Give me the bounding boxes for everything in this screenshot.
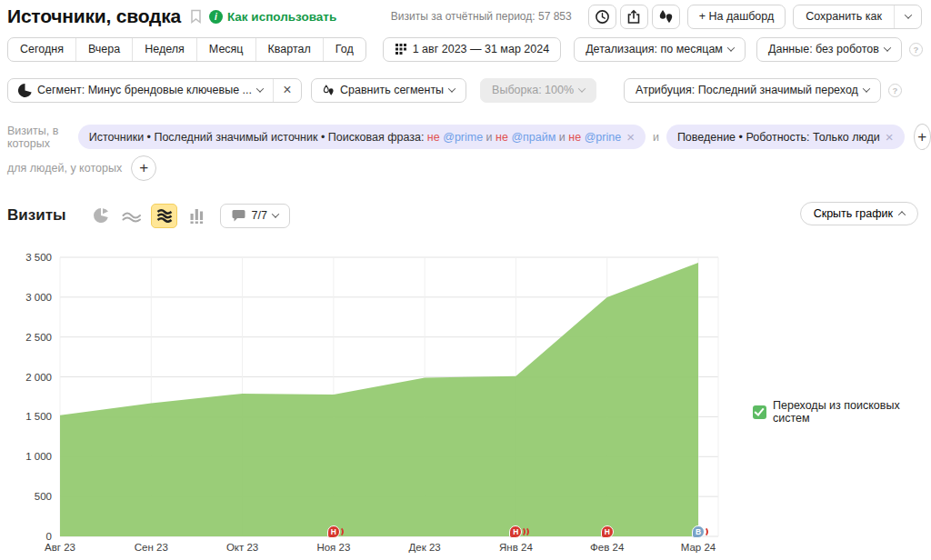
chevron-down-icon (863, 85, 870, 92)
how-to-use-link[interactable]: i Как использовать (209, 10, 336, 24)
line-chart-type-button[interactable] (122, 208, 142, 223)
close-icon[interactable]: × (626, 130, 635, 144)
search-phrase-filter-chip[interactable]: Источники • Последний значимый источник … (78, 125, 646, 149)
header: Источники, сводка i Как использовать Виз… (0, 0, 931, 33)
visit-filters-row: Визиты, в которых Источники • Последний … (0, 124, 931, 150)
svg-text:Авг 23: Авг 23 (45, 542, 75, 553)
period-month[interactable]: Месяц (196, 38, 255, 61)
segment-dropdown[interactable]: Сегмент: Минус брендовые ключевые ... (8, 79, 273, 102)
period-today[interactable]: Сегодня (8, 38, 75, 61)
and-connector: и (653, 131, 659, 144)
filter-chip-text: Источники • Последний значимый источник … (89, 131, 621, 144)
save-as-menu-button[interactable] (894, 5, 921, 28)
add-visit-filter-button[interactable]: + (914, 124, 931, 150)
two-drops-icon (323, 85, 335, 96)
chevron-down-icon (904, 11, 911, 18)
two-drops-icon (658, 9, 674, 24)
visits-filter-label: Визиты, в которых (7, 125, 70, 150)
hide-chart-button[interactable]: Скрыть график (800, 202, 918, 225)
svg-text:Дек 23: Дек 23 (409, 542, 441, 553)
svg-text:1 500: 1 500 (25, 411, 52, 422)
history-button[interactable] (588, 5, 616, 29)
compare-segments-dropdown[interactable]: Сравнить сегменты (311, 78, 466, 103)
svg-text:Янв 24: Янв 24 (499, 542, 533, 553)
header-icon-buttons (588, 5, 680, 29)
info-icon: i (209, 10, 223, 24)
chevron-down-icon (272, 210, 279, 217)
robots-filter-chip[interactable]: Поведение • Роботность: Только люди × (666, 125, 905, 149)
pie-segment-icon (18, 84, 32, 97)
svg-text:1 000: 1 000 (25, 451, 52, 462)
segment-toolbar: Сегмент: Минус брендовые ключевые ... × … (0, 77, 931, 103)
svg-text:2 500: 2 500 (25, 332, 52, 343)
period-week[interactable]: Неделя (132, 38, 196, 61)
segment-close-button[interactable]: × (273, 79, 301, 102)
period-quarter[interactable]: Квартал (255, 38, 323, 61)
period-yesterday[interactable]: Вчера (75, 38, 132, 61)
segment-group: Сегмент: Минус брендовые ключевые ... × (7, 78, 302, 103)
svg-text:3 500: 3 500 (25, 252, 52, 263)
people-filters-row: для людей, у которых + (0, 155, 931, 182)
legend-label: Переходы из поисковых систем (773, 399, 931, 425)
add-people-filter-button[interactable]: + (131, 155, 156, 181)
area-chart-type-button-selected[interactable] (151, 204, 177, 228)
close-icon[interactable]: × (886, 130, 894, 144)
pie-chart-type-button[interactable] (93, 207, 109, 224)
filter-chip-text: Поведение • Роботность: Только люди (677, 131, 880, 144)
area-chart-icon (156, 208, 173, 223)
chevron-down-icon (578, 85, 586, 92)
svg-text:0: 0 (46, 531, 52, 542)
period-toolbar: Сегодня Вчера Неделя Месяц Квартал Год 1… (0, 36, 931, 62)
svg-text:500: 500 (35, 491, 52, 502)
attribution-dropdown[interactable]: Атрибуция: Последний значимый переход (624, 78, 881, 103)
annotation-marker[interactable]: Н (509, 525, 533, 539)
svg-text:Окт 23: Окт 23 (226, 542, 258, 553)
save-as-split-button: Сохранить как (793, 5, 922, 29)
help-icon[interactable]: ? (909, 43, 923, 56)
help-icon[interactable]: ? (888, 84, 902, 97)
bookmark-icon[interactable] (190, 9, 202, 24)
compare-button[interactable] (652, 5, 680, 29)
annotation-marker[interactable]: Н (601, 525, 625, 539)
line-chart-icon (122, 208, 142, 223)
page-title: Источники, сводка (7, 5, 181, 27)
chevron-down-icon (884, 44, 891, 51)
export-button[interactable] (620, 5, 648, 29)
svg-text:3 000: 3 000 (25, 292, 52, 303)
chart-title: Визиты (7, 206, 65, 225)
columns-chart-type-button[interactable] (190, 207, 204, 224)
annotation-marker[interactable]: В (692, 525, 716, 539)
svg-text:Ноя 23: Ноя 23 (316, 542, 350, 553)
svg-text:2 000: 2 000 (25, 372, 52, 383)
chevron-up-icon (898, 211, 906, 218)
comment-bubble-icon (232, 209, 245, 222)
chevron-down-icon (256, 85, 264, 92)
annotation-marker[interactable]: Н (327, 525, 351, 539)
annotation-bubble-icon: Н (327, 525, 340, 538)
people-filter-label: для людей, у которых (7, 162, 122, 175)
svg-text:Сен 23: Сен 23 (135, 542, 168, 553)
how-to-use-label: Как использовать (227, 10, 336, 24)
sampling-dropdown[interactable]: Выборка: 100% (480, 78, 596, 103)
chart-controls: Визиты 7/7 Скрыть график (0, 200, 931, 231)
date-range-button[interactable]: 1 авг 2023 — 31 мар 2024 (383, 37, 561, 62)
add-to-dashboard-button[interactable]: + На дашборд (687, 5, 786, 29)
annotation-bubble-icon: В (692, 525, 705, 538)
period-year[interactable]: Год (323, 38, 365, 61)
annotations-dropdown[interactable]: 7/7 (220, 204, 289, 228)
detail-dropdown[interactable]: Детализация: по месяцам (574, 37, 746, 62)
chevron-down-icon (727, 44, 735, 51)
chart-legend: Переходы из поисковых систем (753, 399, 931, 425)
svg-text:Фев 24: Фев 24 (590, 542, 625, 553)
data-mode-dropdown[interactable]: Данные: без роботов (756, 37, 902, 62)
clock-icon (595, 9, 610, 25)
export-icon (626, 9, 641, 25)
chevron-down-icon (448, 85, 455, 92)
annotations-count: 7/7 (251, 209, 266, 222)
visits-period-stat: Визиты за отчётный период: 57 853 (391, 10, 572, 23)
columns-chart-icon (190, 207, 204, 224)
calendar-grid-icon (395, 43, 407, 55)
legend-checkbox-checked[interactable] (753, 405, 766, 419)
svg-text:Мар 24: Мар 24 (681, 542, 716, 553)
save-as-button[interactable]: Сохранить как (794, 5, 894, 28)
